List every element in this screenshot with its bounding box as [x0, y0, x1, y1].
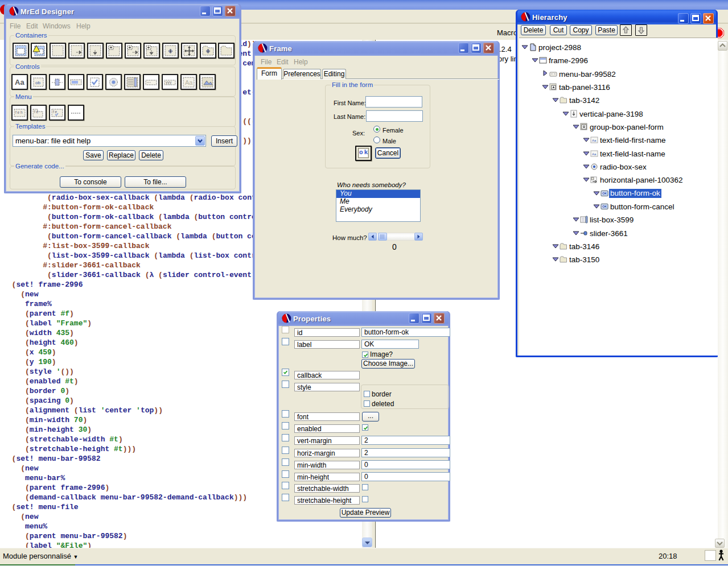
svg-text:Aa: Aa: [592, 139, 597, 142]
svg-text:f e: f e: [53, 110, 57, 114]
svg-text:OK: OK: [602, 205, 607, 208]
svg-text:Aa: Aa: [15, 78, 24, 86]
svg-text:f e: f e: [34, 110, 39, 114]
svg-text:OK: OK: [602, 192, 607, 195]
svg-text:yyy: yyy: [166, 80, 172, 85]
svg-text:Aa: Aa: [592, 152, 597, 156]
svg-text:ob: ob: [35, 80, 40, 85]
svg-text:f e h: f e h: [15, 110, 23, 114]
svg-text:Aa: Aa: [185, 79, 193, 86]
